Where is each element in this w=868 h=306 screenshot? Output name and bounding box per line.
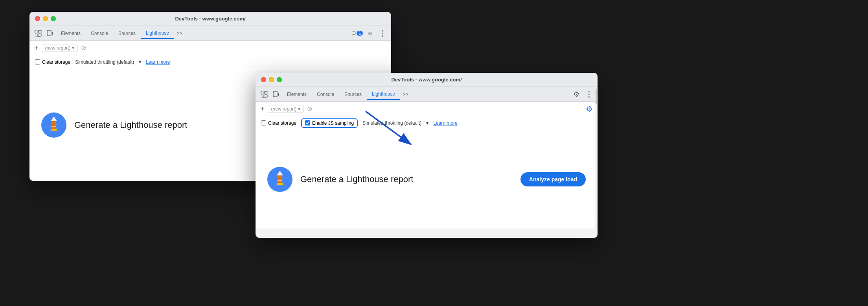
settings-button-1[interactable]: ⚙ xyxy=(364,28,375,39)
tab-bar-1: Elements Console Sources Lighthouse >> 1… xyxy=(29,26,391,41)
scrollbar-thumb-2[interactable] xyxy=(596,88,597,104)
minimize-button-1[interactable] xyxy=(43,16,48,21)
svg-rect-17 xyxy=(278,93,279,96)
add-report-button-1[interactable]: + xyxy=(34,44,39,52)
report-bar-1: + (new report) ▾ ⊘ xyxy=(29,41,391,55)
tab-sources-2[interactable]: Sources xyxy=(340,89,366,100)
clear-storage-option-2[interactable]: Clear storage xyxy=(261,120,296,126)
svg-rect-14 xyxy=(265,91,267,94)
clear-storage-option-1[interactable]: Clear storage xyxy=(35,59,70,65)
enable-js-sampling-label: Enable JS sampling xyxy=(312,120,354,126)
learn-more-link-2[interactable]: Learn more xyxy=(433,120,457,126)
main-content-2: Generate a Lighthouse report Analyze pag… xyxy=(256,130,598,229)
svg-rect-6 xyxy=(352,31,356,34)
lighthouse-icon-1 xyxy=(41,112,66,138)
comment-button-1[interactable]: 1 xyxy=(352,28,363,39)
tab-elements-2[interactable]: Elements xyxy=(282,89,311,100)
traffic-lights-1 xyxy=(35,16,56,21)
svg-rect-3 xyxy=(39,34,41,37)
tab-more-2[interactable]: >> xyxy=(401,90,411,99)
maximize-button-1[interactable] xyxy=(51,16,56,21)
throttle-dropdown-1[interactable]: ▾ xyxy=(139,59,141,65)
tab-console-1[interactable]: Console xyxy=(86,28,113,39)
blue-settings-icon[interactable]: ⚙ xyxy=(586,104,593,114)
more-button-1[interactable]: ⋮ xyxy=(377,28,388,39)
inspector-icon[interactable] xyxy=(33,28,44,39)
report-select-1[interactable]: (new report) ▾ xyxy=(42,44,78,52)
clear-report-button-2[interactable]: ⊘ xyxy=(307,105,312,112)
svg-rect-11 xyxy=(51,126,56,127)
enable-js-sampling-checkbox[interactable] xyxy=(305,120,310,125)
lighthouse-icon-2 xyxy=(267,167,292,192)
svg-rect-10 xyxy=(51,129,57,131)
tab-lighthouse-1[interactable]: Lighthouse xyxy=(141,28,174,39)
enable-js-sampling-highlight: Enable JS sampling xyxy=(301,118,358,128)
report-bar-2: + (new report) ▾ ⊘ ⚙ xyxy=(256,102,598,116)
options-bar-1: Clear storage Simulated throttling (defa… xyxy=(29,55,391,69)
dropdown-arrow-1: ▾ xyxy=(72,45,74,51)
close-button-1[interactable] xyxy=(35,16,40,21)
svg-rect-20 xyxy=(278,175,282,183)
device-icon[interactable] xyxy=(44,28,55,39)
svg-rect-15 xyxy=(265,95,267,98)
generate-label-1: Generate a Lighthouse report xyxy=(74,120,187,130)
inspector-icon-2[interactable] xyxy=(259,89,270,100)
generate-label-2: Generate a Lighthouse report xyxy=(300,174,413,184)
device-icon-2[interactable] xyxy=(270,89,281,100)
svg-rect-4 xyxy=(47,30,51,36)
clear-storage-label-1: Clear storage xyxy=(42,59,70,65)
dropdown-arrow-2: ▾ xyxy=(298,106,300,112)
add-report-button-2[interactable]: + xyxy=(260,105,265,112)
tab-lighthouse-2[interactable]: Lighthouse xyxy=(367,89,400,100)
tab-more-1[interactable]: >> xyxy=(175,29,185,38)
devtools-window-2: DevTools - www.google.com/ Elements Cons… xyxy=(256,73,598,238)
tab-actions-2: ⚙ ⋮ xyxy=(571,89,594,100)
window-title-2: DevTools - www.google.com/ xyxy=(391,77,462,83)
throttle-label-2: Simulated throttling (default) xyxy=(362,120,421,126)
title-bar-2: DevTools - www.google.com/ xyxy=(256,73,598,87)
clear-storage-label-2: Clear storage xyxy=(268,120,296,126)
tab-bar-2: Elements Console Sources Lighthouse >> ⚙… xyxy=(256,87,598,102)
learn-more-link-1[interactable]: Learn more xyxy=(146,59,170,65)
tab-sources-1[interactable]: Sources xyxy=(114,28,140,39)
tab-console-2[interactable]: Console xyxy=(312,89,339,100)
svg-rect-0 xyxy=(35,30,38,33)
report-placeholder-2: (new report) xyxy=(271,106,297,112)
options-bar-2: Clear storage Enable JS sampling Simulat… xyxy=(256,116,598,130)
svg-rect-9 xyxy=(52,121,56,129)
window-title-1: DevTools - www.google.com/ xyxy=(175,16,245,22)
throttle-label-1: Simulated throttling (default) xyxy=(75,59,134,65)
report-select-2[interactable]: (new report) ▾ xyxy=(268,105,304,113)
maximize-button-2[interactable] xyxy=(277,77,282,82)
svg-rect-5 xyxy=(52,32,53,35)
svg-rect-22 xyxy=(278,180,282,181)
title-bar-1: DevTools - www.google.com/ xyxy=(29,12,391,26)
close-button-2[interactable] xyxy=(261,77,266,82)
clear-storage-checkbox-2[interactable] xyxy=(261,120,266,125)
tab-elements-1[interactable]: Elements xyxy=(56,28,85,39)
comment-badge-1: 1 xyxy=(357,31,363,36)
report-placeholder-1: (new report) xyxy=(45,45,71,51)
tab-actions-1: 1 ⚙ ⋮ xyxy=(352,28,388,39)
clear-storage-checkbox-1[interactable] xyxy=(35,59,40,65)
analyze-button-2[interactable]: Analyze page load xyxy=(520,172,586,186)
more-button-2[interactable]: ⋮ xyxy=(583,89,594,100)
minimize-button-2[interactable] xyxy=(269,77,274,82)
clear-report-button-1[interactable]: ⊘ xyxy=(81,44,86,52)
svg-rect-1 xyxy=(35,34,38,37)
svg-rect-13 xyxy=(261,95,264,98)
settings-button-2[interactable]: ⚙ xyxy=(571,89,582,100)
svg-rect-2 xyxy=(39,30,41,33)
svg-rect-12 xyxy=(261,91,264,94)
svg-rect-21 xyxy=(277,183,283,185)
traffic-lights-2 xyxy=(261,77,282,82)
throttle-dropdown-2[interactable]: ▾ xyxy=(426,120,428,126)
svg-rect-16 xyxy=(273,91,277,97)
scrollbar-2[interactable] xyxy=(595,87,598,238)
